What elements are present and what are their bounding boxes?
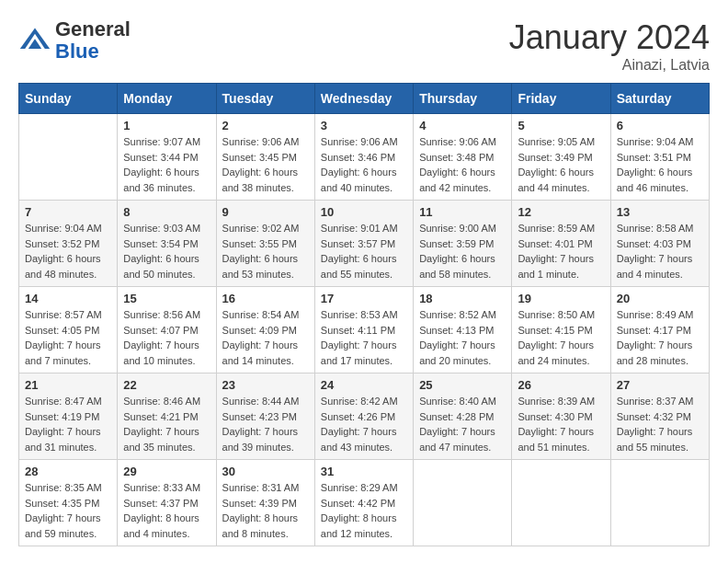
calendar-day-cell: 1Sunrise: 9:07 AMSunset: 3:44 PMDaylight… [118, 114, 216, 201]
day-info: Sunrise: 8:53 AMSunset: 4:11 PMDaylight:… [321, 307, 407, 368]
day-info: Sunrise: 8:44 AMSunset: 4:23 PMDaylight:… [222, 394, 309, 454]
day-number: 16 [222, 292, 309, 305]
calendar-day-cell: 27Sunrise: 8:37 AMSunset: 4:32 PMDayligh… [610, 373, 709, 460]
day-number: 12 [518, 205, 604, 219]
calendar-day-cell: 28Sunrise: 8:35 AMSunset: 4:35 PMDayligh… [19, 460, 118, 546]
day-number: 25 [419, 378, 506, 392]
calendar-day-cell: 6Sunrise: 9:04 AMSunset: 3:51 PMDaylight… [610, 114, 709, 201]
day-info: Sunrise: 8:39 AMSunset: 4:30 PMDaylight:… [518, 394, 604, 454]
day-number: 10 [321, 205, 407, 219]
day-number: 17 [321, 292, 407, 305]
day-info: Sunrise: 9:06 AMSunset: 3:46 PMDaylight:… [321, 134, 407, 195]
calendar-day-cell: 4Sunrise: 9:06 AMSunset: 3:48 PMDaylight… [414, 114, 512, 201]
day-number: 24 [321, 378, 407, 392]
day-number: 6 [617, 119, 703, 132]
calendar-day-cell: 11Sunrise: 9:00 AMSunset: 3:59 PMDayligh… [414, 201, 512, 287]
day-info: Sunrise: 8:47 AMSunset: 4:19 PMDaylight:… [25, 394, 111, 454]
calendar-day-cell: 7Sunrise: 9:04 AMSunset: 3:52 PMDaylight… [19, 201, 118, 287]
day-info: Sunrise: 8:49 AMSunset: 4:17 PMDaylight:… [617, 307, 703, 368]
day-number: 13 [617, 205, 703, 219]
day-of-week-header: Tuesday [216, 84, 314, 114]
day-number: 23 [222, 378, 309, 392]
logo-general: General [55, 17, 131, 40]
calendar-header-row: SundayMondayTuesdayWednesdayThursdayFrid… [19, 84, 710, 114]
day-number: 11 [419, 205, 506, 219]
day-info: Sunrise: 8:29 AMSunset: 4:42 PMDaylight:… [321, 480, 407, 541]
day-number: 15 [123, 292, 210, 305]
day-number: 28 [25, 465, 111, 478]
day-info: Sunrise: 8:42 AMSunset: 4:26 PMDaylight:… [321, 394, 407, 454]
day-number: 8 [123, 205, 210, 219]
calendar-day-cell: 10Sunrise: 9:01 AMSunset: 3:57 PMDayligh… [314, 201, 413, 287]
day-of-week-header: Wednesday [314, 84, 413, 114]
day-of-week-header: Sunday [19, 84, 118, 114]
calendar-day-cell: 2Sunrise: 9:06 AMSunset: 3:45 PMDaylight… [216, 114, 314, 201]
day-number: 3 [321, 119, 407, 132]
day-info: Sunrise: 9:07 AMSunset: 3:44 PMDaylight:… [123, 134, 210, 195]
calendar-empty-cell [512, 460, 610, 546]
calendar-day-cell: 14Sunrise: 8:57 AMSunset: 4:05 PMDayligh… [19, 287, 118, 373]
day-number: 9 [222, 205, 309, 219]
day-info: Sunrise: 8:58 AMSunset: 4:03 PMDaylight:… [617, 221, 703, 282]
day-info: Sunrise: 8:54 AMSunset: 4:09 PMDaylight:… [222, 307, 309, 368]
day-number: 21 [25, 378, 111, 392]
day-info: Sunrise: 9:06 AMSunset: 3:45 PMDaylight:… [222, 134, 309, 195]
day-info: Sunrise: 8:35 AMSunset: 4:35 PMDaylight:… [25, 480, 111, 541]
calendar-day-cell: 21Sunrise: 8:47 AMSunset: 4:19 PMDayligh… [19, 373, 118, 460]
calendar-week-row: 14Sunrise: 8:57 AMSunset: 4:05 PMDayligh… [19, 287, 710, 373]
calendar-day-cell: 9Sunrise: 9:02 AMSunset: 3:55 PMDaylight… [216, 201, 314, 287]
calendar-empty-cell [19, 114, 118, 201]
day-of-week-header: Saturday [610, 84, 709, 114]
calendar-day-cell: 29Sunrise: 8:33 AMSunset: 4:37 PMDayligh… [118, 460, 216, 546]
calendar-day-cell: 3Sunrise: 9:06 AMSunset: 3:46 PMDaylight… [314, 114, 413, 201]
day-info: Sunrise: 8:57 AMSunset: 4:05 PMDaylight:… [25, 307, 111, 368]
day-number: 29 [123, 465, 210, 478]
day-number: 18 [419, 292, 506, 305]
calendar-day-cell: 17Sunrise: 8:53 AMSunset: 4:11 PMDayligh… [314, 287, 413, 373]
logo-text: General Blue [55, 18, 131, 63]
location: Ainazi, Latvia [509, 57, 710, 74]
calendar-empty-cell [610, 460, 709, 546]
day-info: Sunrise: 9:03 AMSunset: 3:54 PMDaylight:… [123, 221, 210, 282]
calendar-week-row: 21Sunrise: 8:47 AMSunset: 4:19 PMDayligh… [19, 373, 710, 460]
calendar-day-cell: 26Sunrise: 8:39 AMSunset: 4:30 PMDayligh… [512, 373, 610, 460]
day-info: Sunrise: 8:31 AMSunset: 4:39 PMDaylight:… [222, 480, 309, 541]
day-number: 22 [123, 378, 210, 392]
day-number: 1 [123, 119, 210, 132]
day-number: 20 [617, 292, 703, 305]
calendar-day-cell: 19Sunrise: 8:50 AMSunset: 4:15 PMDayligh… [512, 287, 610, 373]
day-number: 7 [25, 205, 111, 219]
day-info: Sunrise: 9:05 AMSunset: 3:49 PMDaylight:… [518, 134, 604, 195]
calendar-day-cell: 23Sunrise: 8:44 AMSunset: 4:23 PMDayligh… [216, 373, 314, 460]
page-header: General Blue January 2024 Ainazi, Latvia [18, 18, 710, 74]
calendar: SundayMondayTuesdayWednesdayThursdayFrid… [18, 83, 710, 546]
calendar-day-cell: 22Sunrise: 8:46 AMSunset: 4:21 PMDayligh… [118, 373, 216, 460]
calendar-day-cell: 24Sunrise: 8:42 AMSunset: 4:26 PMDayligh… [314, 373, 413, 460]
calendar-day-cell: 8Sunrise: 9:03 AMSunset: 3:54 PMDaylight… [118, 201, 216, 287]
calendar-day-cell: 31Sunrise: 8:29 AMSunset: 4:42 PMDayligh… [314, 460, 413, 546]
day-of-week-header: Friday [512, 84, 610, 114]
calendar-day-cell: 25Sunrise: 8:40 AMSunset: 4:28 PMDayligh… [414, 373, 512, 460]
day-info: Sunrise: 8:33 AMSunset: 4:37 PMDaylight:… [123, 480, 210, 541]
logo-icon [18, 24, 51, 57]
day-number: 2 [222, 119, 309, 132]
calendar-day-cell: 20Sunrise: 8:49 AMSunset: 4:17 PMDayligh… [610, 287, 709, 373]
calendar-day-cell: 13Sunrise: 8:58 AMSunset: 4:03 PMDayligh… [610, 201, 709, 287]
day-number: 5 [518, 119, 604, 132]
day-info: Sunrise: 9:01 AMSunset: 3:57 PMDaylight:… [321, 221, 407, 282]
day-info: Sunrise: 8:37 AMSunset: 4:32 PMDaylight:… [617, 394, 703, 454]
day-info: Sunrise: 8:56 AMSunset: 4:07 PMDaylight:… [123, 307, 210, 368]
day-number: 4 [419, 119, 506, 132]
day-number: 26 [518, 378, 604, 392]
calendar-week-row: 28Sunrise: 8:35 AMSunset: 4:35 PMDayligh… [19, 460, 710, 546]
calendar-day-cell: 16Sunrise: 8:54 AMSunset: 4:09 PMDayligh… [216, 287, 314, 373]
day-info: Sunrise: 8:46 AMSunset: 4:21 PMDaylight:… [123, 394, 210, 454]
day-info: Sunrise: 8:40 AMSunset: 4:28 PMDaylight:… [419, 394, 506, 454]
calendar-day-cell: 18Sunrise: 8:52 AMSunset: 4:13 PMDayligh… [414, 287, 512, 373]
calendar-empty-cell [414, 460, 512, 546]
calendar-week-row: 7Sunrise: 9:04 AMSunset: 3:52 PMDaylight… [19, 201, 710, 287]
day-info: Sunrise: 8:50 AMSunset: 4:15 PMDaylight:… [518, 307, 604, 368]
month-title: January 2024 [509, 18, 710, 57]
calendar-day-cell: 30Sunrise: 8:31 AMSunset: 4:39 PMDayligh… [216, 460, 314, 546]
calendar-day-cell: 5Sunrise: 9:05 AMSunset: 3:49 PMDaylight… [512, 114, 610, 201]
